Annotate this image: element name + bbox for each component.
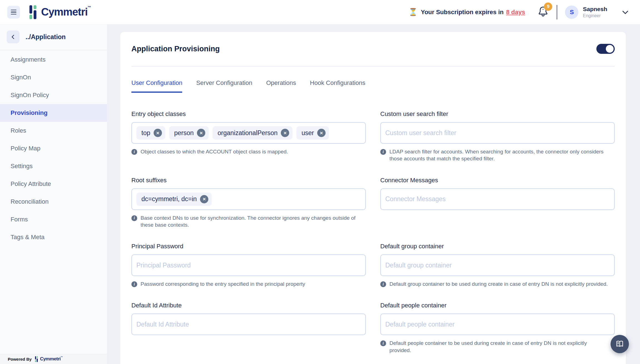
tag-remove-button[interactable]: ✕ xyxy=(281,129,289,137)
sidebar-item-settings[interactable]: Settings xyxy=(0,157,107,175)
sidebar-item-tags-meta[interactable]: Tags & Meta xyxy=(0,228,107,246)
field-connector-messages: Connector Messages xyxy=(380,177,615,229)
field-label: Entry object classes xyxy=(131,110,366,118)
sidebar-item-assignments[interactable]: Assignments xyxy=(0,51,107,69)
sidebar-item-signon[interactable]: SignOn xyxy=(0,69,107,86)
tab-operations[interactable]: Operations xyxy=(266,79,296,93)
field-default-id-attribute: Default Id Attribute xyxy=(131,302,366,354)
field-helper: iBase context DNs to use for synchroniza… xyxy=(131,214,366,229)
connector-messages-input[interactable] xyxy=(385,195,610,203)
subscription-days-link[interactable]: 8 days xyxy=(506,9,525,16)
provisioning-enabled-toggle[interactable] xyxy=(596,44,615,54)
field-default-people-container: Default people containeriDefault people … xyxy=(380,302,615,354)
main-content-card: Application Provisioning User Configurat… xyxy=(120,32,626,364)
hourglass-icon: ⏳ xyxy=(409,8,418,16)
header-divider xyxy=(557,5,557,19)
default-group-container-input[interactable] xyxy=(385,262,610,269)
custom-user-search-filter-input[interactable] xyxy=(385,129,610,137)
helper-text: Default group container to be used durin… xyxy=(389,280,608,287)
helper-text: Object classes to which the ACCOUNT obje… xyxy=(141,148,288,155)
subscription-text: Your Subscription expires in xyxy=(421,9,504,16)
entry-object-classes-tags-input[interactable]: top✕person✕organizationalPerson✕user✕ xyxy=(131,122,366,144)
default-people-container-field xyxy=(380,314,615,335)
open-book-icon xyxy=(615,340,624,348)
tag-label: top xyxy=(141,129,150,137)
subscription-expiry-notice: ⏳ Your Subscription expires in 8 days xyxy=(409,8,525,16)
notifications-button[interactable]: 9 xyxy=(538,6,548,19)
cymmetri-logo-icon xyxy=(35,356,39,362)
documentation-fab-button[interactable] xyxy=(611,335,629,353)
tab-hook-configurations[interactable]: Hook Configurations xyxy=(310,79,365,93)
field-label: Default Id Attribute xyxy=(131,302,366,309)
sidebar-item-forms[interactable]: Forms xyxy=(0,211,107,228)
sidebar-item-roles[interactable]: Roles xyxy=(0,122,107,140)
field-helper: iDefault people container to be used dur… xyxy=(380,340,615,354)
sidebar-nav: AssignmentsSignOnSignOn PolicyProvisioni… xyxy=(0,51,107,246)
powered-by-label: Powered By xyxy=(8,357,32,362)
top-header: Cymmetri ™ ⏳ Your Subscription expires i… xyxy=(0,0,640,24)
breadcrumb[interactable]: ../Application xyxy=(26,33,66,41)
principal-password-field xyxy=(131,254,366,276)
sidebar-item-reconciliation[interactable]: Reconciliation xyxy=(0,193,107,211)
field-label: Connector Messages xyxy=(380,177,615,184)
field-label: Root suffixes xyxy=(131,177,366,184)
avatar[interactable]: S xyxy=(565,6,578,19)
default-group-container-field xyxy=(380,254,615,276)
field-helper: iObject classes to which the ACCOUNT obj… xyxy=(131,148,366,155)
root-suffixes-tags-input[interactable]: dc=cymmetri, dc=in✕ xyxy=(131,188,366,210)
tag-chip: person✕ xyxy=(169,126,209,140)
field-label: Principal Password xyxy=(131,243,366,250)
powered-brand-text: Cymmetri xyxy=(40,356,61,362)
default-id-attribute-input[interactable] xyxy=(136,321,361,328)
field-label: Default people container xyxy=(380,302,615,309)
default-id-attribute-field xyxy=(131,314,366,335)
sidebar-back-row: ../Application xyxy=(0,24,107,50)
sidebar-item-signon-policy[interactable]: SignOn Policy xyxy=(0,86,107,104)
logo-trademark: ™ xyxy=(88,5,91,9)
tag-label: user xyxy=(301,129,314,137)
tab-bar: User ConfigurationServer ConfigurationOp… xyxy=(131,79,615,93)
provisioning-form: Entry object classestop✕person✕organizat… xyxy=(131,110,615,364)
user-role: Engineer xyxy=(583,13,607,18)
notification-badge: 9 xyxy=(544,2,552,11)
tag-chip: dc=cymmetri, dc=in✕ xyxy=(136,193,212,206)
field-helper: iPassword corresponding to the entry spe… xyxy=(131,280,366,287)
sidebar-item-policy-attribute[interactable]: Policy Attribute xyxy=(0,175,107,193)
tag-label: dc=cymmetri, dc=in xyxy=(141,195,197,203)
sidebar-item-provisioning[interactable]: Provisioning xyxy=(0,104,107,122)
tag-chip: user✕ xyxy=(296,126,329,140)
helper-text: Default people container to be used duri… xyxy=(389,340,609,354)
user-info: Sapnesh Engineer xyxy=(583,6,607,19)
hamburger-menu-button[interactable] xyxy=(7,6,20,19)
principal-password-input[interactable] xyxy=(136,262,361,269)
tag-label: organizationalPerson xyxy=(218,129,278,137)
powered-trademark: ™ xyxy=(61,356,63,358)
info-icon: i xyxy=(380,149,386,155)
user-name: Sapnesh xyxy=(583,6,607,12)
field-principal-password: Principal PasswordiPassword correspondin… xyxy=(131,243,366,287)
info-icon: i xyxy=(131,215,137,221)
field-custom-user-search-filter: Custom user search filteriLDAP search fi… xyxy=(380,110,615,162)
default-people-container-input[interactable] xyxy=(385,321,610,328)
field-helper: iLDAP search filter for accounts. When s… xyxy=(380,148,615,162)
tab-user-configuration[interactable]: User Configuration xyxy=(131,79,182,93)
toggle-knob xyxy=(606,45,614,53)
field-default-group-container: Default group containeriDefault group co… xyxy=(380,243,615,287)
connector-messages-field xyxy=(380,188,615,210)
powered-by-logo: Cymmetri ™ xyxy=(35,356,63,362)
sidebar-item-policy-map[interactable]: Policy Map xyxy=(0,140,107,157)
cymmetri-logo-icon xyxy=(29,5,39,20)
tag-remove-button[interactable]: ✕ xyxy=(200,195,208,203)
cymmetri-logo: Cymmetri ™ xyxy=(29,5,91,20)
info-icon: i xyxy=(380,281,386,287)
tag-remove-button[interactable]: ✕ xyxy=(317,129,326,137)
back-button[interactable] xyxy=(7,31,19,43)
tab-server-configuration[interactable]: Server Configuration xyxy=(196,79,252,93)
tag-label: person xyxy=(174,129,194,137)
tag-remove-button[interactable]: ✕ xyxy=(197,129,205,137)
field-entry-object-classes: Entry object classestop✕person✕organizat… xyxy=(131,110,366,162)
helper-text: Base context DNs to use for synchronizat… xyxy=(141,214,360,229)
field-root-suffixes: Root suffixesdc=cymmetri, dc=in✕iBase co… xyxy=(131,177,366,229)
user-menu-chevron-down-icon[interactable] xyxy=(621,8,629,16)
tag-remove-button[interactable]: ✕ xyxy=(154,129,162,137)
